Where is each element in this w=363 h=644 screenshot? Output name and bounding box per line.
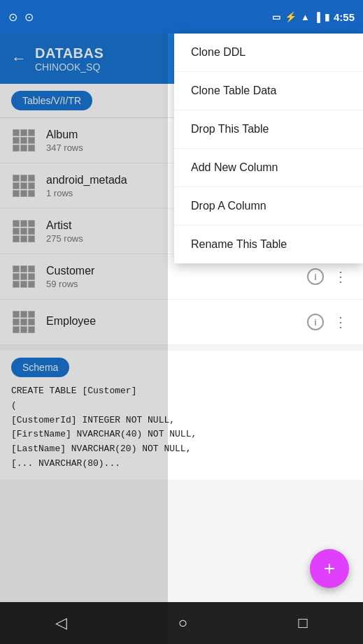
wifi-icon: ▲ — [301, 12, 310, 22]
bluetooth-icon: ⚡ — [285, 11, 297, 22]
status-bar-left: ⊙ ⊙ — [8, 10, 34, 24]
more-options-button[interactable]: ⋮ — [329, 265, 352, 288]
menu-item-add-new-column[interactable]: Add New Column — [174, 149, 363, 187]
battery-icon: ▮ — [325, 12, 329, 22]
menu-item-clone-ddl[interactable]: Clone DDL — [174, 34, 363, 72]
action-icons: i ⋮ — [307, 311, 352, 333]
info-icon[interactable]: i — [307, 314, 324, 330]
android-icon: ⊙ — [8, 10, 17, 24]
menu-overlay[interactable] — [0, 34, 168, 644]
android-icon2: ⊙ — [24, 10, 34, 24]
info-icon[interactable]: i — [307, 268, 324, 285]
context-menu: Clone DDL Clone Table Data Drop This Tab… — [174, 34, 363, 263]
menu-item-drop-this-table[interactable]: Drop This Table — [174, 110, 363, 149]
signal-icon: ▐ — [314, 12, 320, 22]
home-nav-icon[interactable]: ○ — [178, 614, 187, 632]
menu-item-drop-a-column[interactable]: Drop A Column — [174, 187, 363, 226]
status-bar: ⊙ ⊙ ▭ ⚡ ▲ ▐ ▮ 4:55 — [0, 0, 363, 34]
recent-nav-icon[interactable]: □ — [298, 614, 307, 632]
time-display: 4:55 — [334, 11, 355, 23]
more-options-button[interactable]: ⋮ — [329, 311, 352, 333]
cast-icon: ▭ — [272, 12, 280, 22]
menu-item-rename-this-table[interactable]: Rename This Table — [174, 226, 363, 263]
fab-add-button[interactable]: + — [310, 549, 349, 588]
action-icons: i ⋮ — [307, 265, 352, 288]
menu-item-clone-table-data[interactable]: Clone Table Data — [174, 72, 363, 110]
status-bar-right: ▭ ⚡ ▲ ▐ ▮ 4:55 — [272, 11, 355, 23]
